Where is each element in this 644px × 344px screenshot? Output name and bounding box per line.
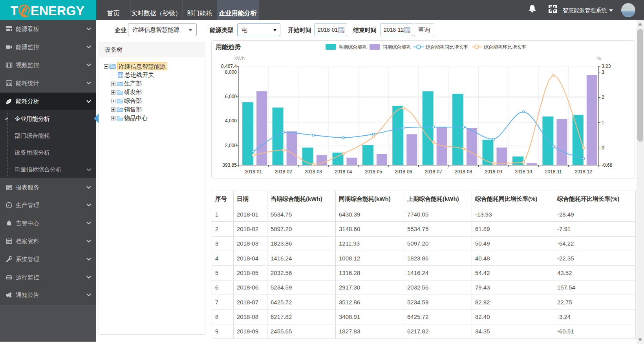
svg-text:kWh: kWh (234, 55, 245, 61)
svg-text:3.23: 3.23 (602, 64, 611, 69)
svg-text:2,000: 2,000 (225, 143, 237, 148)
svg-text:2018-09: 2018-09 (485, 169, 502, 175)
svg-text:2018-08: 2018-08 (455, 169, 472, 175)
svg-text:2: 2 (602, 95, 604, 100)
svg-text:当期综合能耗: 当期综合能耗 (338, 44, 367, 50)
svg-text:2018-04: 2018-04 (335, 169, 352, 175)
svg-text:2018-05: 2018-05 (365, 169, 382, 175)
svg-text:综合能耗同比增长率: 综合能耗同比增长率 (426, 44, 468, 50)
svg-text:2018-02: 2018-02 (275, 169, 292, 175)
svg-text:T: T (11, 3, 18, 18)
svg-text:1: 1 (602, 120, 604, 126)
svg-text:2018-11: 2018-11 (545, 169, 562, 175)
svg-text:8,000: 8,000 (225, 69, 237, 75)
svg-text:2018-01: 2018-01 (245, 169, 262, 175)
svg-text:综合能耗环比增长率: 综合能耗环比增长率 (484, 44, 526, 50)
svg-text:393.85: 393.85 (222, 162, 237, 168)
svg-text:0: 0 (602, 145, 604, 151)
svg-text:2018-06: 2018-06 (395, 169, 412, 175)
svg-text:用能趋势: 用能趋势 (215, 44, 241, 50)
svg-text:ENERGY: ENERGY (31, 3, 84, 18)
svg-text:3: 3 (602, 69, 604, 75)
svg-text:8,467.4: 8,467.4 (221, 64, 237, 69)
svg-text:6,000: 6,000 (225, 94, 237, 99)
svg-text:2018-12: 2018-12 (575, 169, 592, 175)
svg-text:4,000: 4,000 (225, 118, 237, 124)
svg-text:-0.68: -0.68 (602, 162, 613, 168)
svg-text:同期综合能耗: 同期综合能耗 (382, 44, 411, 50)
svg-text:%: % (596, 55, 601, 61)
svg-text:2018-10: 2018-10 (515, 169, 532, 175)
svg-text:2018-03: 2018-03 (305, 169, 322, 175)
svg-text:2018-07: 2018-07 (425, 169, 442, 175)
